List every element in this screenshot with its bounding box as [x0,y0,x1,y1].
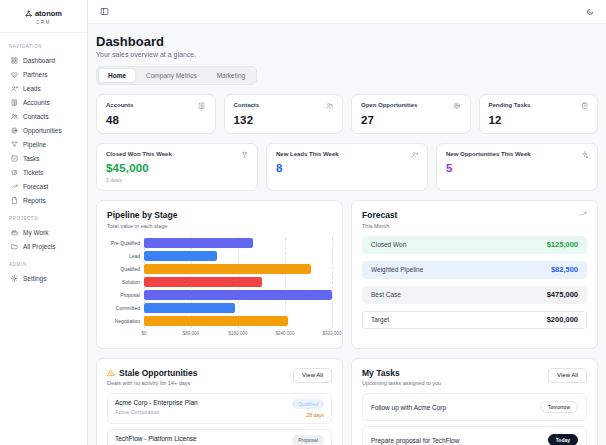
forecast-rows: Closed Won$125,000Weighted Pipeline$82,5… [362,236,587,329]
trophy-icon [241,151,249,159]
sidebar-item-label: All Projects [23,243,56,250]
stale-item[interactable]: Acme Corp - Enterprise PlanAcme Corporat… [107,393,332,424]
sidebar-item-label: Settings [23,275,47,282]
chart-category-label: Proposal [107,289,144,302]
sidebar-item-accounts[interactable]: Accounts [9,95,78,109]
building-icon [11,99,18,106]
grid-icon [11,57,18,64]
sidebar-item-label: Dashboard [23,57,55,64]
chart-category-label: Negotiation [107,315,144,328]
stale-opportunities-panel: Stale Opportunities Deals with no activi… [96,358,343,445]
sidebar-item-reports[interactable]: Reports [9,193,78,207]
pipeline-title: Pipeline by Stage [107,210,332,220]
stats-row: Accounts48Contacts132Open Opportunities2… [96,94,598,134]
sidebar-item-my-work[interactable]: My Work [9,225,78,239]
stat-card-pending-tasks: Pending Tasks12 [479,94,599,134]
forecast-row-best-case: Best Case$475,000 [362,286,587,304]
sidebar-item-all-projects[interactable]: All Projects [9,239,78,253]
sidebar-item-forecast[interactable]: Forecast [9,179,78,193]
axis-tick-label: $160,000 [229,331,248,336]
sidebar-item-label: Partners [23,71,48,78]
forecast-subtitle: This Month [362,223,397,229]
chart-category-label: Qualified [107,263,144,276]
forecast-title: Forecast [362,210,397,220]
pipeline-bar-proposal [144,290,332,300]
sidebar-toggle-icon[interactable] [98,5,111,18]
user-plus-icon [411,151,419,159]
task-title: Follow up with Acme Corp [371,404,446,411]
main-area: Dashboard Your sales overview at a glanc… [88,0,606,445]
task-list: Follow up with Acme CorpTomorrowPrepare … [362,393,587,445]
sidebar-item-opportunities[interactable]: Opportunities [9,123,78,137]
chart-category-label: Pre-Qualified [107,237,144,250]
tab-company-metrics[interactable]: Company Metrics [137,69,206,82]
target-icon [11,127,18,134]
sidebar-item-pipeline[interactable]: Pipeline [9,137,78,151]
stale-item-title: Acme Corp - Enterprise Plan [115,399,198,406]
chart-category-label: Lead [107,250,144,263]
pipeline-bar-qualified [144,264,311,274]
chart-bar-row [144,276,332,289]
page-subtitle: Your sales overview at a glance. [96,51,598,58]
stale-subtitle: Deals with no activity for 14+ days [107,380,197,386]
tasks-view-all-button[interactable]: View All [548,368,587,383]
sidebar-item-dashboard[interactable]: Dashboard [9,53,78,67]
sidebar-item-settings[interactable]: Settings [9,271,78,285]
task-item[interactable]: Prepare proposal for TechFlowToday [362,426,587,445]
pipeline-subtitle: Total value in each stage [107,223,332,229]
chart-bar-row [144,289,332,302]
funnel-icon [11,141,18,148]
charts-row: Pipeline by Stage Total value in each st… [96,200,598,349]
page-title: Dashboard [96,34,598,49]
page-content: Dashboard Your sales overview at a glanc… [88,24,606,445]
forecast-row-value: $475,000 [547,290,578,299]
file-icon [11,197,18,204]
users-icon [326,102,334,110]
forecast-row-closed-won: Closed Won$125,000 [362,236,587,254]
sidebar-item-label: Tickets [23,169,43,176]
stale-view-all-button[interactable]: View All [293,368,332,383]
sidebar-section: AdminSettings [9,262,78,285]
tasks-subtitle: Upcoming tasks assigned to you [362,380,441,386]
sidebar-item-label: Tasks [23,155,40,162]
sidebar-item-contacts[interactable]: Contacts [9,109,78,123]
chart-bar-row [144,263,332,276]
stat-card-header: Pending Tasks [489,102,589,110]
sidebar-item-partners[interactable]: Partners [9,67,78,81]
stale-item-info: Acme Corp - Enterprise PlanAcme Corporat… [115,399,198,418]
chart-bar-row [144,302,332,315]
sidebar-section: ProjectsMy WorkAll Projects [9,216,78,253]
pipeline-panel: Pipeline by Stage Total value in each st… [96,200,343,349]
pipeline-bar-committed [144,303,235,313]
sidebar: atonom CRM NavigationDashboardPartnersLe… [0,0,88,445]
sidebar-item-tickets[interactable]: Tickets [9,165,78,179]
chart-category-label: Committed [107,302,144,315]
tab-marketing[interactable]: Marketing [208,69,255,82]
check-square-icon [11,155,18,162]
forecast-row-value: $200,000 [547,315,578,324]
forecast-row-value: $125,000 [547,240,578,249]
theme-toggle-icon[interactable] [584,6,596,18]
forecast-row-label: Closed Won [371,241,406,248]
stale-item[interactable]: TechFlow - Platform LicenseTechFlow Solu… [107,429,332,445]
pipeline-bar-negotiation [144,316,288,326]
sidebar-item-tasks[interactable]: Tasks [9,151,78,165]
stat-card-accounts: Accounts48 [96,94,216,134]
tab-home[interactable]: Home [99,69,135,82]
tab-bar: HomeCompany MetricsMarketing [96,66,257,85]
stat-value: 12 [489,114,589,126]
forecast-row-label: Target [371,316,389,323]
trend-up-icon [579,210,587,218]
sidebar-item-leads[interactable]: Leads [9,81,78,95]
stat-label: Pending Tasks [489,102,531,108]
sidebar-section-label: Projects [9,216,78,221]
bottom-row: Stale Opportunities Deals with no activi… [96,358,598,445]
nodes-icon [25,10,32,17]
task-item[interactable]: Follow up with Acme CorpTomorrow [362,393,587,421]
task-due-badge: Tomorrow [540,401,578,413]
stat-label: Contacts [234,102,260,108]
pipeline-bar-lead [144,251,217,261]
forecast-row-target: Target$200,000 [362,311,587,329]
stat-value: 27 [361,114,461,126]
stat-card-header: Open Opportunities [361,102,461,110]
